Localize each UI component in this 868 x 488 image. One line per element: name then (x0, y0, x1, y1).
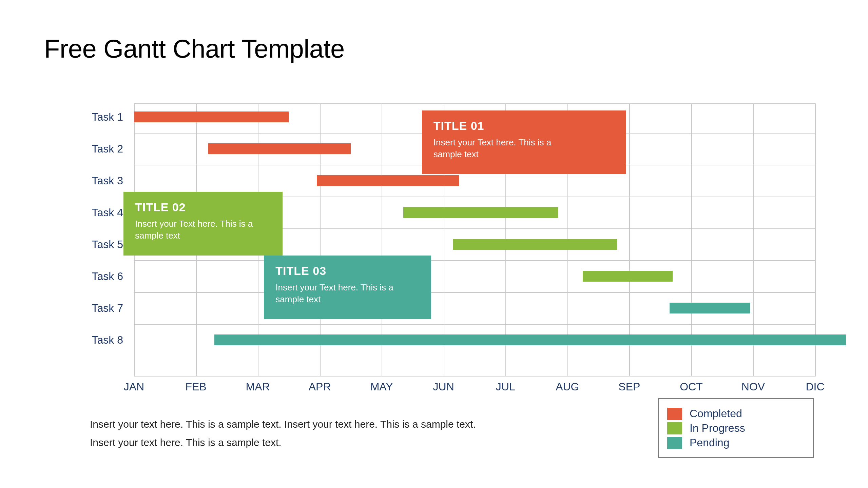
gantt-chart: TITLE 01Insert your Text here. This is a… (134, 103, 815, 377)
month-label: MAR (246, 381, 270, 393)
slide: Free Gantt Chart Template TITLE 01Insert… (0, 0, 868, 488)
month-label: MAY (370, 381, 393, 393)
legend-label: Pending (690, 436, 729, 449)
task-row-label: Task 5 (55, 238, 123, 251)
month-label: JUN (433, 381, 454, 393)
page-title: Free Gantt Chart Template (44, 34, 345, 63)
legend-item: In Progress (667, 422, 805, 434)
legend-swatch (667, 437, 682, 449)
month-label: NOV (741, 381, 765, 393)
month-labels: JANFEBMARAPRMAYJUNJULAUGSEPOCTNOVDIC (134, 103, 815, 377)
legend-label: In Progress (690, 422, 745, 434)
legend-label: Completed (690, 407, 742, 420)
footer-line: Insert your text here. This is a sample … (90, 415, 476, 433)
task-row-label: Task 8 (55, 334, 123, 346)
month-label: FEB (185, 381, 206, 393)
month-label: JUL (496, 381, 515, 393)
legend-item: Completed (667, 407, 805, 420)
task-row-label: Task 2 (55, 143, 123, 155)
footer-line: Insert your text here. This is a sample … (90, 433, 476, 452)
task-row-label: Task 3 (55, 175, 123, 187)
month-label: APR (309, 381, 331, 393)
month-label: JAN (124, 381, 144, 393)
month-label: DIC (806, 381, 824, 393)
task-row-label: Task 1 (55, 111, 123, 123)
legend-swatch (667, 422, 682, 434)
month-label: OCT (680, 381, 703, 393)
task-row-label: Task 6 (55, 270, 123, 283)
footer-text: Insert your text here. This is a sample … (90, 415, 476, 452)
month-label: SEP (618, 381, 640, 393)
legend: CompletedIn ProgressPending (658, 398, 814, 458)
task-row-label: Task 7 (55, 302, 123, 314)
month-label: AUG (556, 381, 579, 393)
task-row-label: Task 4 (55, 206, 123, 219)
legend-item: Pending (667, 436, 805, 449)
legend-swatch (667, 408, 682, 420)
